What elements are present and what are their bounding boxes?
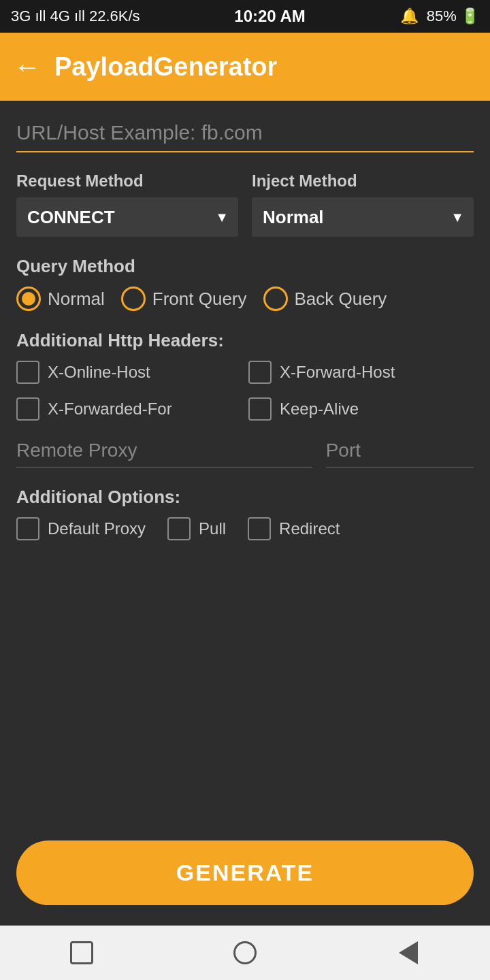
- default-proxy-checkbox[interactable]: [16, 517, 39, 540]
- circle-icon: [233, 941, 257, 964]
- http-headers-title: Additional Http Headers:: [16, 330, 474, 351]
- request-method-wrapper[interactable]: CONNECT GET POST: [16, 197, 238, 237]
- signal-info: 3G ıll 4G ıll 22.6K/s: [11, 7, 140, 25]
- x-forwarded-for-option[interactable]: X-Forwarded-For: [16, 397, 242, 421]
- remote-proxy-group: [16, 440, 312, 468]
- additional-options-section: Additional Options: Default Proxy Pull R…: [16, 487, 474, 540]
- proxy-row: [16, 440, 474, 468]
- inject-method-wrapper[interactable]: Normal Front Back: [252, 197, 474, 237]
- x-forward-host-checkbox[interactable]: [248, 361, 272, 384]
- x-forward-host-option[interactable]: X-Forward-Host: [248, 361, 474, 384]
- x-online-host-label: X-Online-Host: [48, 363, 150, 382]
- nav-bar: [0, 926, 490, 980]
- query-back-radio[interactable]: [263, 287, 288, 311]
- nav-back-button[interactable]: [395, 939, 422, 966]
- x-online-host-option[interactable]: X-Online-Host: [16, 361, 242, 384]
- request-method-select[interactable]: CONNECT GET POST: [16, 197, 238, 237]
- generate-button-container: GENERATE: [0, 827, 490, 926]
- request-method-group: Request Method CONNECT GET POST: [16, 172, 238, 237]
- nav-home-button[interactable]: [231, 939, 259, 966]
- query-normal-option[interactable]: Normal: [16, 287, 105, 311]
- url-input[interactable]: [16, 121, 474, 144]
- x-online-host-checkbox[interactable]: [16, 361, 39, 384]
- query-method-title: Query Method: [16, 256, 474, 277]
- query-back-label: Back Query: [295, 289, 387, 310]
- status-right: 🔔 85% 🔋: [400, 7, 479, 25]
- inject-method-group: Inject Method Normal Front Back: [252, 172, 474, 237]
- app-bar: ← PayloadGenerator: [0, 33, 490, 101]
- triangle-icon: [399, 941, 418, 964]
- port-input[interactable]: [326, 440, 474, 461]
- default-proxy-option[interactable]: Default Proxy: [16, 517, 146, 540]
- additional-options-title: Additional Options:: [16, 487, 474, 508]
- x-forwarded-for-checkbox[interactable]: [16, 397, 39, 421]
- keep-alive-checkbox[interactable]: [248, 397, 272, 421]
- square-icon: [70, 941, 93, 964]
- status-bar: 3G ıll 4G ıll 22.6K/s 10:20 AM 🔔 85% 🔋: [0, 0, 490, 33]
- redirect-checkbox[interactable]: [248, 517, 271, 540]
- query-front-label: Front Query: [152, 289, 247, 310]
- pull-label: Pull: [199, 519, 226, 538]
- request-method-label: Request Method: [16, 172, 238, 191]
- keep-alive-label: Keep-Alive: [280, 399, 359, 419]
- http-headers-section: Additional Http Headers: X-Online-Host X…: [16, 330, 474, 421]
- remote-proxy-input[interactable]: [16, 440, 312, 461]
- main-content: Request Method CONNECT GET POST Inject M…: [0, 101, 490, 827]
- method-row: Request Method CONNECT GET POST Inject M…: [16, 172, 474, 237]
- pull-checkbox[interactable]: [167, 517, 191, 540]
- query-method-radio-group: Normal Front Query Back Query: [16, 287, 474, 311]
- inject-method-label: Inject Method: [252, 172, 474, 191]
- url-input-container: [16, 121, 474, 152]
- query-normal-radio[interactable]: [16, 287, 41, 311]
- status-time: 10:20 AM: [234, 7, 305, 26]
- pull-option[interactable]: Pull: [167, 517, 226, 540]
- port-group: [326, 440, 474, 468]
- keep-alive-option[interactable]: Keep-Alive: [248, 397, 474, 421]
- query-normal-label: Normal: [48, 289, 105, 310]
- generate-button[interactable]: GENERATE: [16, 840, 474, 905]
- http-headers-grid: X-Online-Host X-Forward-Host X-Forwarded…: [16, 361, 474, 421]
- app-title: PayloadGenerator: [54, 52, 277, 82]
- query-front-option[interactable]: Front Query: [121, 287, 247, 311]
- redirect-option[interactable]: Redirect: [248, 517, 340, 540]
- back-button[interactable]: ←: [14, 53, 41, 80]
- x-forward-host-label: X-Forward-Host: [280, 363, 395, 382]
- redirect-label: Redirect: [279, 519, 340, 538]
- inject-method-select[interactable]: Normal Front Back: [252, 197, 474, 237]
- x-forwarded-for-label: X-Forwarded-For: [48, 399, 172, 419]
- default-proxy-label: Default Proxy: [48, 519, 146, 538]
- nav-square-button[interactable]: [68, 939, 95, 966]
- additional-options-row: Default Proxy Pull Redirect: [16, 517, 474, 540]
- battery-info: 🔔 85% 🔋: [400, 7, 479, 25]
- query-back-option[interactable]: Back Query: [263, 287, 387, 311]
- query-front-radio[interactable]: [121, 287, 146, 311]
- status-left: 3G ıll 4G ıll 22.6K/s: [11, 7, 140, 25]
- query-method-section: Query Method Normal Front Query Back Que…: [16, 256, 474, 311]
